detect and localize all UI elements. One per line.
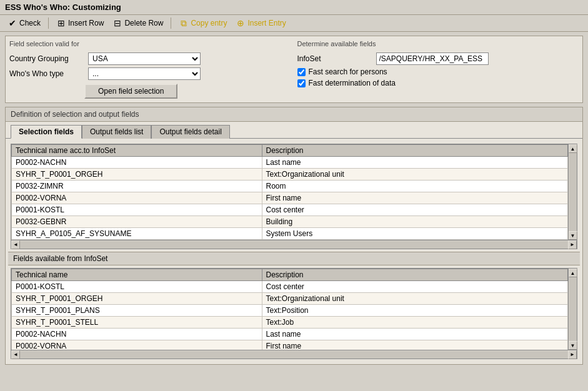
delete-row-button[interactable]: ⊟ Delete Row	[109, 17, 167, 29]
toolbar-separator-2	[171, 17, 171, 29]
insert-row-button[interactable]: ⊞ Insert Row	[52, 17, 107, 29]
hscroll-track	[20, 241, 568, 249]
available-table-row[interactable]: SYHR_T_P0001_STELLText:Job	[12, 317, 568, 329]
infoset-row: InfoSet	[297, 52, 579, 65]
check-icon: ✔	[7, 18, 17, 28]
hscroll-left-btn[interactable]: ◄	[11, 240, 20, 249]
open-field-selection-button[interactable]: Open field selection	[84, 84, 177, 99]
main-content: Field selection valid for Country Groupi…	[0, 32, 588, 369]
selection-table-row[interactable]: P0001-KOSTLCost center	[12, 204, 568, 216]
available-table: Technical name Description P0001-KOSTLCo…	[11, 269, 568, 350]
field-selection-right: Determine available fields InfoSet Fast …	[297, 40, 579, 99]
available-table-row[interactable]: P0002-VORNAFirst name	[12, 340, 568, 350]
available-desc-cell: Text:Organizational unit	[262, 293, 568, 305]
available-table-row[interactable]: P0002-NACHNLast name	[12, 329, 568, 340]
toolbar: ✔ Check ⊞ Insert Row ⊟ Delete Row ⧉ Copy…	[0, 15, 588, 32]
selection-desc-cell: Last name	[262, 157, 568, 169]
available-tech-cell: SYHR_T_P0001_PLANS	[12, 305, 262, 317]
check-button[interactable]: ✔ Check	[4, 17, 44, 29]
available-tech-cell: P0002-NACHN	[12, 329, 262, 340]
infoset-label: InfoSet	[297, 54, 372, 63]
whos-who-type-row: Who's Who type ...	[9, 67, 291, 80]
available-hscroll: ◄ ►	[11, 350, 577, 359]
available-desc-cell: Cost center	[262, 281, 568, 293]
country-grouping-row: Country Grouping USA	[9, 52, 291, 65]
available-col-desc: Description	[262, 269, 568, 281]
selection-table-row[interactable]: P0002-NACHNLast name	[12, 157, 568, 169]
selection-desc-cell: Room	[262, 181, 568, 192]
whos-who-type-select[interactable]: ...	[88, 67, 201, 80]
selection-desc-cell: Text:Organizational unit	[262, 169, 568, 181]
selection-table-container: Technical name acc.to InfoSet Descriptio…	[11, 144, 577, 249]
fast-search-row: Fast search for persons	[297, 67, 579, 76]
tab-output-fields-detail[interactable]: Output fields detail	[151, 125, 229, 139]
delete-row-icon: ⊟	[112, 18, 122, 28]
title-bar: ESS Who's Who: Customizing	[0, 0, 588, 15]
selection-table-row[interactable]: P0032-ZIMNRRoom	[12, 181, 568, 192]
available-desc-cell: Text:Position	[262, 305, 568, 317]
scroll-track	[569, 153, 577, 231]
avail-hscroll-left-btn[interactable]: ◄	[11, 350, 20, 359]
available-table-wrapper: Technical name Description P0001-KOSTLCo…	[11, 268, 577, 359]
fast-determination-row: Fast determination of data	[297, 79, 579, 87]
available-table-scroll: Technical name Description P0001-KOSTLCo…	[11, 269, 577, 350]
insert-entry-icon: ⊕	[236, 18, 246, 28]
fast-search-checkbox[interactable]	[297, 68, 306, 76]
fast-determination-checkbox[interactable]	[297, 79, 306, 87]
selection-col-tech: Technical name acc.to InfoSet	[12, 145, 262, 157]
fast-search-label: Fast search for persons	[309, 67, 387, 76]
toolbar-separator-1	[48, 17, 49, 29]
field-selection-title: Field selection valid for	[9, 40, 291, 47]
available-tech-cell: P0002-VORNA	[12, 340, 262, 350]
definition-panel: Definition of selection and output field…	[5, 107, 583, 365]
selection-col-desc: Description	[262, 145, 568, 157]
copy-entry-button[interactable]: ⧉ Copy entry	[175, 17, 231, 29]
tab-selection-fields[interactable]: Selection fields	[11, 125, 82, 139]
field-selection-left: Field selection valid for Country Groupi…	[9, 40, 291, 99]
selection-table-row[interactable]: SYHR_T_P0001_ORGEHText:Organizational un…	[12, 169, 568, 181]
avail-hscroll-right-btn[interactable]: ►	[568, 350, 577, 359]
available-tech-cell: SYHR_T_P0001_ORGEH	[12, 293, 262, 305]
scroll-up-btn[interactable]: ▲	[569, 144, 577, 153]
selection-desc-cell: System Users	[262, 228, 568, 240]
selection-hscroll: ◄ ►	[11, 240, 577, 249]
selection-desc-cell: Building	[262, 216, 568, 228]
available-table-container: Technical name Description P0001-KOSTLCo…	[11, 268, 577, 359]
selection-tech-cell: P0002-NACHN	[12, 157, 262, 169]
country-grouping-select[interactable]: USA	[88, 52, 201, 65]
country-grouping-label: Country Grouping	[9, 54, 84, 63]
definition-title: Definition of selection and output field…	[6, 107, 582, 122]
avail-scroll-up-btn[interactable]: ▲	[569, 269, 577, 277]
tab-output-fields-list[interactable]: Output fields list	[82, 125, 151, 139]
selection-table-row[interactable]: P0032-GEBNRBuilding	[12, 216, 568, 228]
selection-tech-cell: P0001-KOSTL	[12, 204, 262, 216]
selection-scrollbar-v: ▲ ▼	[568, 144, 577, 240]
available-table-row[interactable]: SYHR_T_P0001_ORGEHText:Organizational un…	[12, 293, 568, 305]
selection-table: Technical name acc.to InfoSet Descriptio…	[11, 144, 568, 240]
selection-table-row[interactable]: P0002-VORNAFirst name	[12, 192, 568, 204]
selection-tech-cell: SYHR_T_P0001_ORGEH	[12, 169, 262, 181]
available-fields-title: Fields available from InfoSet	[8, 252, 580, 265]
copy-icon: ⧉	[179, 18, 189, 28]
page-title: ESS Who's Who: Customizing	[5, 2, 121, 12]
avail-scroll-down-btn[interactable]: ▼	[569, 341, 577, 350]
hscroll-right-btn[interactable]: ►	[568, 240, 577, 249]
selection-table-row[interactable]: SYHR_A_P0105_AF_SYSUNAMESystem Users	[12, 228, 568, 240]
selection-table-wrapper: Technical name acc.to InfoSet Descriptio…	[11, 144, 577, 249]
infoset-input[interactable]	[376, 52, 489, 65]
avail-scroll-track	[569, 277, 577, 341]
whos-who-type-label: Who's Who type	[9, 69, 84, 78]
tab-content: Technical name acc.to InfoSet Descriptio…	[6, 139, 582, 364]
fast-determination-label: Fast determination of data	[309, 79, 396, 87]
selection-table-scroll: Technical name acc.to InfoSet Descriptio…	[11, 144, 577, 240]
available-desc-cell: Last name	[262, 329, 568, 340]
available-table-row[interactable]: SYHR_T_P0001_PLANSText:Position	[12, 305, 568, 317]
available-scrollbar-v: ▲ ▼	[568, 269, 577, 350]
scroll-down-btn[interactable]: ▼	[569, 231, 577, 240]
available-tech-cell: P0001-KOSTL	[12, 281, 262, 293]
avail-hscroll-track	[20, 351, 568, 359]
insert-entry-button[interactable]: ⊕ Insert Entry	[232, 17, 289, 29]
available-table-row[interactable]: P0001-KOSTLCost center	[12, 281, 568, 293]
selection-tech-cell: P0002-VORNA	[12, 192, 262, 204]
insert-row-icon: ⊞	[56, 18, 66, 28]
